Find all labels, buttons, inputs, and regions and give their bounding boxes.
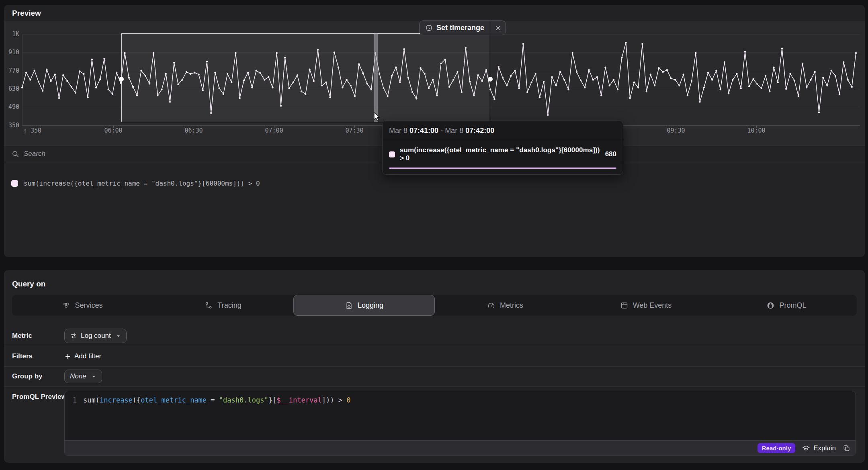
code-token: otel_metric_name — [141, 396, 207, 404]
tab-label: PromQL — [779, 301, 806, 310]
preview-header: Preview — [4, 5, 865, 21]
readonly-badge: Read-only — [757, 443, 796, 453]
x-tick-mark — [274, 125, 274, 128]
logging-icon — [345, 301, 353, 310]
query-panel: Query on Services Tracing — [4, 270, 865, 463]
x-tick-label: 07:00 — [256, 127, 292, 134]
search-input[interactable]: Search — [24, 150, 45, 158]
set-timerange-button[interactable]: Set timerange — [420, 21, 490, 35]
tooltip-series-value: 680 — [605, 150, 616, 158]
timerange-selection[interactable] — [121, 33, 490, 122]
tab-web-events[interactable]: Web Events — [575, 295, 716, 316]
web-events-icon — [620, 301, 628, 310]
code-token: sum( — [83, 396, 100, 404]
graduation-cap-icon — [802, 444, 810, 452]
set-timerange-label: Set timerange — [436, 24, 484, 32]
tab-tracing[interactable]: Tracing — [153, 295, 293, 316]
metric-select[interactable]: Log count — [64, 329, 127, 343]
metrics-icon — [487, 301, 495, 310]
clock-icon — [425, 24, 433, 32]
group-by-label: Group by — [12, 372, 43, 380]
x-tick-mark — [194, 125, 194, 128]
code-token: = — [207, 396, 219, 404]
code-token: 0 — [346, 396, 350, 404]
filters-row: Filters Add filter — [4, 346, 865, 366]
editor-footer: Read-only Explain — [65, 440, 856, 456]
metric-row: Metric Log count — [4, 326, 865, 346]
search-icon — [11, 150, 20, 158]
copy-button[interactable] — [843, 444, 850, 452]
tracing-icon — [205, 301, 213, 310]
group-by-select[interactable]: None — [64, 370, 102, 383]
tab-services[interactable]: Services — [12, 295, 153, 316]
hover-crosshair — [374, 33, 378, 122]
y-tick-label: 350 — [4, 122, 19, 129]
y-axis-min-marker: ↑ 350 — [23, 127, 41, 134]
tooltip-timerange: Mar 8 07:41:00 - Mar 8 07:42:00 — [383, 121, 623, 140]
y-tick-label: 770 — [4, 67, 19, 74]
selection-start-point — [119, 77, 124, 82]
x-tick-label: 10:00 — [738, 127, 774, 134]
explain-label: Explain — [813, 444, 836, 452]
tab-promql[interactable]: PromQL — [716, 295, 857, 316]
tooltip-date-start: Mar 8 — [389, 127, 407, 135]
code-area: 1 sum(increase({otel_metric_name = "dash… — [65, 391, 856, 440]
y-tick-label: 490 — [4, 103, 19, 110]
explain-button[interactable]: Explain — [802, 444, 836, 452]
x-tick-label: 06:30 — [176, 127, 212, 134]
plus-icon — [64, 353, 71, 360]
set-timerange-pill: Set timerange — [419, 20, 506, 35]
services-icon — [62, 301, 70, 310]
app-root: Preview 1K910770630490350 06:0006:3007:0… — [0, 0, 868, 470]
x-tick-label: 06:00 — [95, 127, 131, 134]
add-filter-label: Add filter — [74, 352, 101, 360]
tab-label: Metrics — [500, 301, 523, 310]
swap-arrows-icon — [70, 332, 77, 339]
x-tick-label: 07:30 — [336, 127, 373, 134]
group-by-value: None — [70, 372, 86, 380]
y-tick-label: 910 — [4, 49, 19, 56]
x-tick-mark — [354, 125, 355, 128]
tab-label: Logging — [358, 301, 383, 310]
signal-tabs: Services Tracing Logging — [12, 295, 857, 316]
code-token: increase — [100, 396, 133, 404]
filters-label: Filters — [12, 352, 33, 360]
group-by-row: Group by None — [4, 366, 865, 386]
row-divider — [4, 386, 865, 387]
metric-value: Log count — [81, 332, 111, 340]
x-tick-label: 09:30 — [658, 127, 694, 134]
metric-label: Metric — [12, 332, 32, 340]
selection-end-point — [488, 77, 493, 82]
chart-tooltip: Mar 8 07:41:00 - Mar 8 07:42:00 sum(incr… — [382, 121, 623, 175]
add-filter-button[interactable]: Add filter — [64, 352, 101, 360]
query-on-title: Query on — [12, 280, 45, 288]
promql-preview-label: PromQL Preview — [12, 393, 67, 401]
tooltip-series-row: sum(increase({otel_metric_name = "dash0.… — [383, 140, 623, 162]
preview-title: Preview — [12, 9, 41, 18]
series-swatch[interactable] — [11, 180, 18, 187]
x-tick-mark — [676, 125, 676, 128]
x-tick-mark — [756, 125, 757, 128]
promql-icon — [766, 301, 775, 310]
chevron-down-icon — [91, 374, 96, 379]
line-number: 1 — [65, 396, 83, 404]
y-tick-label: 1K — [4, 31, 19, 38]
copy-icon — [843, 444, 850, 452]
tab-metrics[interactable]: Metrics — [435, 295, 575, 316]
code-token: $__interval — [276, 396, 322, 404]
x-tick-mark — [113, 125, 114, 128]
code-token: ])) > — [322, 396, 346, 404]
close-icon — [495, 25, 501, 31]
close-timerange-button[interactable] — [490, 21, 506, 35]
y-tick-label: 630 — [4, 85, 19, 92]
code-token: }[ — [268, 396, 276, 404]
tooltip-date-end: Mar 8 — [445, 127, 463, 135]
tab-label: Services — [75, 301, 102, 310]
tooltip-separator: - — [440, 127, 443, 135]
tooltip-series-swatch — [389, 151, 395, 157]
tab-label: Web Events — [633, 301, 672, 310]
code-token: ({ — [133, 396, 141, 404]
tab-logging[interactable]: Logging — [293, 295, 435, 316]
tooltip-start-time: 07:41:00 — [409, 127, 438, 135]
tooltip-series-underline — [389, 168, 616, 169]
